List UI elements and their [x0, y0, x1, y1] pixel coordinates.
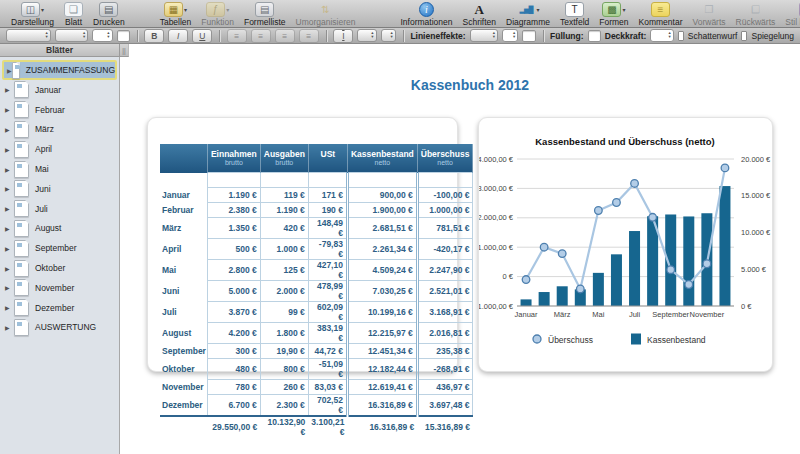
toolbar-item-shapes[interactable]: ▩▾Formen: [599, 2, 628, 27]
cell[interactable]: 1.000 €: [260, 239, 308, 260]
sidebar-item-februar[interactable]: ▶Februar: [0, 100, 119, 120]
align-right-button[interactable]: ≡: [275, 29, 295, 43]
cell[interactable]: -51,09 €: [308, 359, 347, 380]
sidebar-item-april[interactable]: ▶April: [0, 139, 119, 159]
summary-table-card[interactable]: EinnahmenbruttoAusgabenbruttoUSt Kassenb…: [147, 117, 458, 372]
cell[interactable]: 99 €: [260, 302, 308, 323]
italic-button[interactable]: I: [168, 29, 188, 43]
marker-april[interactable]: [576, 285, 584, 293]
reflection-checkbox[interactable]: [741, 31, 747, 41]
header-cell-uberschuss[interactable]: Überschussnetto: [417, 144, 473, 173]
header-cell-month[interactable]: [160, 144, 207, 173]
cell[interactable]: 1.190 €: [207, 188, 260, 203]
cell[interactable]: 383,19 €: [308, 323, 347, 344]
sidebar-item-januar[interactable]: ▶Januar: [0, 80, 119, 100]
align-center-button[interactable]: ≡: [251, 29, 271, 43]
cell[interactable]: 125 €: [260, 260, 308, 281]
cell[interactable]: 4.509,24 €: [347, 260, 417, 281]
bar-januar[interactable]: [521, 299, 532, 306]
cell[interactable]: -79,83 €: [308, 239, 347, 260]
cell[interactable]: 12.451,34 €: [347, 344, 417, 359]
spacer-cell[interactable]: [308, 173, 347, 188]
marker-september[interactable]: [667, 266, 675, 274]
vertical-align-button[interactable]: I: [333, 29, 353, 43]
sidebar-item-juni[interactable]: ▶Juni: [0, 179, 119, 199]
disclosure-triangle-icon[interactable]: ▶: [5, 225, 14, 232]
cell[interactable]: -420,17 €: [417, 239, 473, 260]
cell[interactable]: 1.350 €: [207, 218, 260, 239]
toolbar-item-view[interactable]: ◫▾Darstellung: [11, 2, 54, 27]
row-header[interactable]: Dezember: [160, 395, 207, 417]
disclosure-triangle-icon[interactable]: ▶: [5, 185, 14, 192]
fill-color-well[interactable]: [588, 30, 601, 42]
cell[interactable]: 1.800 €: [260, 323, 308, 344]
cell[interactable]: 3.870 €: [207, 302, 260, 323]
total-cell[interactable]: 15.316,89 €: [417, 416, 473, 437]
cell[interactable]: 2.247,90 €: [417, 260, 473, 281]
marker-juli[interactable]: [631, 180, 639, 188]
marker-mai[interactable]: [595, 207, 603, 215]
cell[interactable]: 480 €: [207, 359, 260, 380]
disclosure-triangle-icon[interactable]: ▶: [5, 146, 14, 153]
toolbar-item-info[interactable]: iInformationen: [401, 2, 453, 27]
cell[interactable]: 148,49 €: [308, 218, 347, 239]
cell[interactable]: 602,09 €: [308, 302, 347, 323]
marker-januar[interactable]: [522, 276, 530, 284]
cell[interactable]: 4.200 €: [207, 323, 260, 344]
font-size-combo[interactable]: [92, 29, 112, 42]
cell[interactable]: 2.521,01 €: [417, 281, 473, 302]
cell[interactable]: 500 €: [207, 239, 260, 260]
cell[interactable]: 44,72 €: [308, 344, 347, 359]
row-header[interactable]: Mai: [160, 260, 207, 281]
bar-juni[interactable]: [611, 254, 622, 306]
cell[interactable]: 12.619,41 €: [347, 380, 417, 395]
cell[interactable]: 16.316,89 €: [347, 395, 417, 417]
sidebar-item-september[interactable]: ▶September: [0, 238, 119, 258]
cell[interactable]: 3.697,48 €: [417, 395, 473, 417]
row-header[interactable]: August: [160, 323, 207, 344]
toolbar-item-textbox[interactable]: TTextfeld: [560, 2, 589, 27]
cell[interactable]: 12.215,97 €: [347, 323, 417, 344]
disclosure-triangle-icon[interactable]: ▶: [5, 106, 14, 113]
chart-card[interactable]: Kassenbestand und Überschuss (netto)4.00…: [478, 117, 773, 372]
row-header[interactable]: Februar: [160, 203, 207, 218]
cell[interactable]: 12.182,44 €: [347, 359, 417, 380]
cell[interactable]: 83,03 €: [308, 380, 347, 395]
shadow-checkbox[interactable]: [678, 31, 684, 41]
font-style-select[interactable]: [55, 29, 89, 42]
cell[interactable]: 702,52 €: [308, 395, 347, 417]
sidebar-item-august[interactable]: ▶August: [0, 219, 119, 239]
line-effects-select[interactable]: [470, 29, 498, 42]
toolbar-item-tables[interactable]: ▦▾Tabellen: [160, 2, 192, 27]
cell[interactable]: 235,38 €: [417, 344, 473, 359]
cell[interactable]: 1.000,00 €: [417, 203, 473, 218]
marker-august[interactable]: [649, 214, 657, 222]
disclosure-triangle-icon[interactable]: ▶: [5, 205, 14, 212]
sidebar-item-auswertung[interactable]: ▶AUSWERTUNG: [0, 318, 119, 338]
cell[interactable]: 2.800 €: [207, 260, 260, 281]
disclosure-triangle-icon[interactable]: ▶: [5, 166, 14, 173]
spacer-cell[interactable]: [417, 173, 473, 188]
total-cell[interactable]: 10.132,90 €: [260, 416, 308, 437]
disclosure-triangle-icon[interactable]: ▶: [5, 265, 14, 272]
marker-februar[interactable]: [540, 243, 548, 251]
disclosure-triangle-icon[interactable]: ▶: [5, 304, 14, 311]
align-justify-button[interactable]: ≡: [299, 29, 319, 43]
cell[interactable]: 19,90 €: [260, 344, 308, 359]
sidebar-item-mai[interactable]: ▶Mai: [0, 159, 119, 179]
row-header[interactable]: November: [160, 380, 207, 395]
header-cell-einnahmen[interactable]: Einnahmenbrutto: [207, 144, 260, 173]
cell[interactable]: 3.168,91 €: [417, 302, 473, 323]
cell[interactable]: 2.016,81 €: [417, 323, 473, 344]
cell[interactable]: 190 €: [308, 203, 347, 218]
line-width-well[interactable]: [522, 30, 535, 42]
sidebar-item-dezember[interactable]: ▶Dezember: [0, 298, 119, 318]
bar-mai[interactable]: [593, 273, 604, 306]
toolbar-item-sheet[interactable]: ❏Blatt: [64, 2, 83, 27]
cell[interactable]: 119 €: [260, 188, 308, 203]
toolbar-item-comment[interactable]: ≡Kommentar: [639, 2, 683, 27]
bar-februar[interactable]: [539, 292, 550, 306]
cell[interactable]: 10.199,16 €: [347, 302, 417, 323]
disclosure-triangle-icon[interactable]: ▶: [5, 245, 14, 252]
cell[interactable]: 781,51 €: [417, 218, 473, 239]
